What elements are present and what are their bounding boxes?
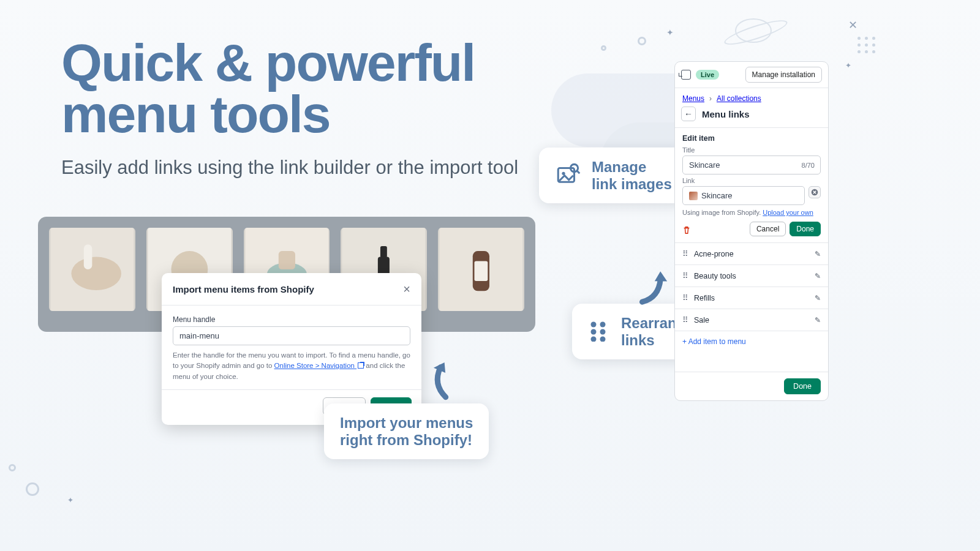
chevron-right-icon: › bbox=[709, 94, 712, 103]
arrow-icon bbox=[631, 266, 674, 311]
crumb-all-collections[interactable]: All collections bbox=[717, 94, 761, 103]
planet-icon bbox=[735, 18, 772, 43]
svg-point-23 bbox=[600, 336, 606, 342]
panel-title: Menu links bbox=[702, 109, 750, 119]
pencil-icon[interactable]: ✎ bbox=[815, 294, 821, 302]
svg-point-20 bbox=[591, 329, 597, 334]
title-label: Title bbox=[682, 146, 821, 154]
circle-icon bbox=[601, 45, 606, 51]
menu-item-label: Beauty tools bbox=[694, 272, 736, 280]
circle-icon bbox=[9, 464, 16, 471]
gallery-thumb[interactable]: SKINCARE bbox=[49, 228, 135, 311]
menu-handle-label: Menu handle bbox=[173, 315, 410, 324]
back-button[interactable]: ← bbox=[681, 107, 696, 121]
menu-item-label: Acne-prone bbox=[694, 250, 734, 258]
pin-icon[interactable] bbox=[681, 70, 691, 80]
circle-icon bbox=[26, 482, 39, 496]
sparkle-icon: ✦ bbox=[67, 496, 74, 504]
image-search-icon bbox=[555, 162, 581, 190]
product-image bbox=[49, 228, 135, 311]
dotgrid-icon bbox=[858, 37, 876, 53]
drag-handle-icon[interactable]: ⠿ bbox=[682, 249, 689, 258]
helper-text: Enter the handle for the menu you want t… bbox=[173, 350, 410, 382]
hero: Quick & powerful menu tools Easily add l… bbox=[61, 37, 518, 180]
svg-point-21 bbox=[600, 329, 606, 334]
edit-item-heading: Edit item bbox=[682, 134, 821, 143]
svg-rect-8 bbox=[278, 251, 295, 269]
arrow-icon bbox=[417, 354, 470, 408]
close-icon[interactable]: × bbox=[403, 283, 410, 295]
menu-item-label: Sale bbox=[694, 316, 709, 324]
sparkle-icon: ✦ bbox=[845, 61, 851, 70]
hero-subtitle: Easily add links using the link builder … bbox=[61, 155, 518, 181]
svg-point-19 bbox=[600, 321, 606, 327]
pencil-icon[interactable]: ✎ bbox=[815, 250, 821, 258]
menu-handle-input[interactable] bbox=[173, 326, 410, 345]
product-image bbox=[438, 228, 524, 311]
edit-item-section: Edit item Title 8/70 Link Skincare Using… bbox=[675, 127, 828, 242]
callout-manage-images: Managelink images bbox=[539, 148, 688, 203]
crumb-menus[interactable]: Menus bbox=[682, 94, 704, 103]
callout-import: Import your menusright from Shopify! bbox=[324, 403, 489, 459]
title-input[interactable] bbox=[682, 156, 821, 174]
svg-rect-2 bbox=[84, 244, 92, 269]
trash-icon[interactable] bbox=[682, 226, 691, 236]
circle-icon bbox=[638, 37, 646, 45]
char-count: 8/70 bbox=[802, 162, 815, 169]
svg-point-1 bbox=[71, 257, 121, 290]
modal-title: Import menu items from Shopify bbox=[173, 284, 314, 294]
link-input[interactable]: Skincare bbox=[682, 186, 805, 205]
sparkle-icon: ✕ bbox=[848, 18, 858, 32]
callout-text: Import your menusright from Shopify! bbox=[340, 414, 473, 448]
callout-text: Managelink images bbox=[592, 159, 672, 192]
breadcrumb: Menus › All collections bbox=[675, 88, 828, 103]
manage-installation-button[interactable]: Manage installation bbox=[745, 67, 822, 83]
pencil-icon[interactable]: ✎ bbox=[815, 272, 821, 280]
menu-item-row: ⠿Beauty tools ✎ bbox=[675, 264, 828, 287]
menu-item-row: ⠿Refills ✎ bbox=[675, 287, 828, 309]
import-modal: Import menu items from Shopify × Menu ha… bbox=[162, 273, 421, 425]
link-label: Link bbox=[682, 177, 821, 184]
upload-own-link[interactable]: Upload your own bbox=[763, 209, 813, 216]
app-panel: Live Manage installation Menus › All col… bbox=[674, 61, 829, 401]
pencil-icon[interactable]: ✎ bbox=[815, 316, 821, 324]
clear-link-button[interactable] bbox=[809, 186, 821, 198]
svg-rect-14 bbox=[475, 261, 488, 281]
menu-item-label: Refills bbox=[694, 294, 715, 302]
done-button[interactable]: Done bbox=[790, 222, 821, 236]
navigation-link[interactable]: Online Store > Navigation bbox=[274, 362, 364, 369]
svg-point-18 bbox=[591, 321, 597, 327]
add-item-link[interactable]: + Add item to menu bbox=[675, 331, 828, 352]
panel-done-button[interactable]: Done bbox=[784, 378, 821, 394]
menu-item-row: ⠿Acne-prone ✎ bbox=[675, 242, 828, 264]
hero-title: Quick & powerful menu tools bbox=[61, 37, 518, 140]
image-note: Using image from Shopify. Upload your ow… bbox=[682, 209, 821, 216]
svg-point-22 bbox=[591, 336, 597, 342]
svg-rect-11 bbox=[380, 246, 387, 258]
drag-handle-icon[interactable]: ⠿ bbox=[682, 271, 689, 280]
gallery-thumb[interactable]: SALE bbox=[438, 228, 524, 311]
menu-item-row: ⠿Sale ✎ bbox=[675, 309, 828, 331]
cancel-button[interactable]: Cancel bbox=[750, 222, 786, 236]
link-thumb-icon bbox=[689, 192, 698, 200]
drag-handle-icon[interactable]: ⠿ bbox=[682, 293, 689, 302]
drag-handle-icon[interactable]: ⠿ bbox=[682, 315, 689, 324]
live-badge: Live bbox=[696, 70, 719, 80]
sparkle-icon: ✦ bbox=[666, 28, 674, 37]
external-link-icon bbox=[358, 362, 364, 369]
drag-grid-icon bbox=[588, 320, 610, 344]
